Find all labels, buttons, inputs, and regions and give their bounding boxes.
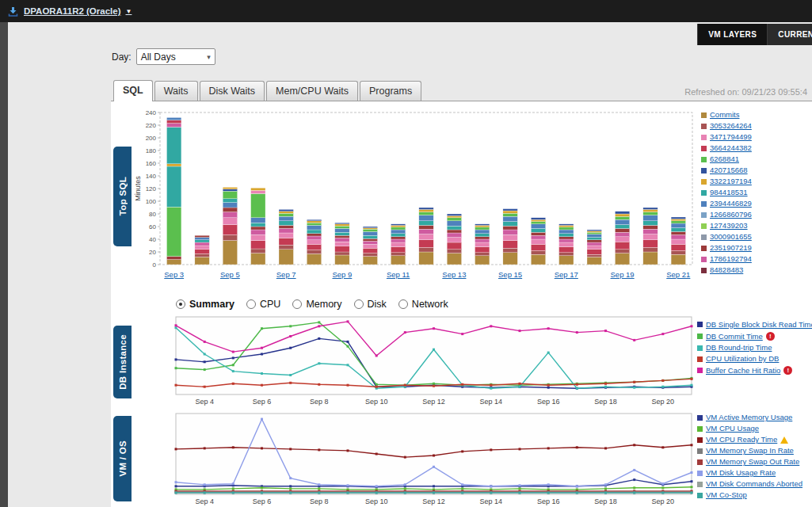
data-point[interactable]: [175, 384, 177, 387]
data-point[interactable]: [347, 345, 349, 348]
bar-segment[interactable]: [587, 254, 601, 257]
bar-segment[interactable]: [419, 229, 433, 234]
bar-segment[interactable]: [475, 247, 490, 253]
bar-segment[interactable]: [615, 250, 629, 254]
data-point[interactable]: [289, 477, 292, 479]
bar-segment[interactable]: [391, 242, 405, 247]
tab-mem-cpu-waits[interactable]: Mem/CPU Waits: [266, 81, 358, 101]
legend-link[interactable]: 420715668: [710, 166, 748, 174]
tab-disk-waits[interactable]: Disk Waits: [200, 81, 265, 101]
data-point[interactable]: [376, 355, 378, 357]
bar-segment[interactable]: [279, 228, 293, 233]
data-point[interactable]: [691, 471, 693, 474]
bar-segment[interactable]: [419, 252, 433, 265]
bar-segment[interactable]: [279, 209, 293, 211]
bar-segment[interactable]: [671, 231, 685, 234]
bar-segment[interactable]: [447, 226, 461, 230]
legend-link[interactable]: 2351907219: [710, 244, 752, 252]
data-point[interactable]: [289, 325, 292, 327]
data-point[interactable]: [347, 492, 349, 494]
data-point[interactable]: [232, 487, 234, 490]
data-point[interactable]: [691, 325, 693, 327]
bar-segment[interactable]: [447, 215, 461, 217]
bar-segment[interactable]: [615, 219, 629, 224]
data-point[interactable]: [461, 483, 463, 486]
bar-segment[interactable]: [615, 254, 629, 265]
data-point[interactable]: [232, 364, 234, 366]
data-point[interactable]: [519, 492, 521, 494]
data-point[interactable]: [433, 385, 435, 387]
x-axis-date-link[interactable]: Sep 21: [666, 270, 690, 279]
bar-segment[interactable]: [363, 231, 377, 235]
data-point[interactable]: [289, 335, 292, 337]
bar-segment[interactable]: [419, 208, 433, 209]
bar-segment[interactable]: [671, 223, 685, 228]
bar-segment[interactable]: [307, 234, 321, 236]
data-point[interactable]: [519, 484, 521, 486]
bar-segment[interactable]: [503, 216, 517, 221]
bar-segment[interactable]: [671, 221, 685, 223]
legend-link[interactable]: VM Memory Swap Out Rate: [706, 458, 799, 466]
bar-segment[interactable]: [363, 241, 377, 244]
data-point[interactable]: [547, 327, 550, 330]
data-point[interactable]: [461, 492, 463, 494]
data-point[interactable]: [289, 448, 292, 450]
data-point[interactable]: [691, 486, 693, 488]
bar-segment[interactable]: [587, 240, 601, 242]
data-point[interactable]: [175, 492, 177, 494]
bar-segment[interactable]: [167, 260, 181, 265]
data-point[interactable]: [232, 383, 234, 385]
data-point[interactable]: [633, 478, 635, 481]
legend-link[interactable]: 6268841: [710, 155, 739, 163]
side-tab-top-sql[interactable]: Top SQL: [113, 147, 132, 246]
radio-network[interactable]: Network: [398, 299, 448, 310]
bar-segment[interactable]: [167, 120, 181, 124]
data-point[interactable]: [289, 485, 292, 487]
bar-segment[interactable]: [391, 256, 405, 265]
data-point[interactable]: [433, 485, 435, 487]
bar-segment[interactable]: [643, 247, 658, 252]
data-point[interactable]: [404, 331, 406, 334]
bar-segment[interactable]: [307, 254, 321, 265]
legend-link[interactable]: VM CPU Ready Time: [706, 436, 777, 444]
legend-link[interactable]: VM CPU Usage: [706, 425, 759, 433]
bar-segment[interactable]: [643, 221, 658, 226]
data-point[interactable]: [175, 367, 177, 369]
bar-segment[interactable]: [279, 250, 293, 265]
bar-segment[interactable]: [447, 238, 461, 242]
bar-segment[interactable]: [531, 254, 545, 265]
data-point[interactable]: [175, 324, 177, 326]
bar-segment[interactable]: [559, 239, 574, 242]
bar-segment[interactable]: [363, 229, 377, 231]
bar-segment[interactable]: [671, 219, 685, 220]
data-point[interactable]: [261, 384, 263, 387]
bar-segment[interactable]: [391, 239, 405, 242]
bar-segment[interactable]: [363, 227, 377, 228]
data-point[interactable]: [661, 386, 664, 388]
bar-segment[interactable]: [503, 230, 517, 234]
data-point[interactable]: [232, 482, 234, 485]
data-point[interactable]: [318, 383, 320, 386]
data-point[interactable]: [490, 492, 492, 494]
bar-segment[interactable]: [251, 234, 265, 240]
data-point[interactable]: [661, 333, 664, 335]
data-point[interactable]: [404, 483, 406, 486]
bar-segment[interactable]: [587, 238, 601, 240]
data-point[interactable]: [490, 325, 492, 327]
data-point[interactable]: [433, 349, 435, 351]
day-select[interactable]: All Days ▾: [136, 48, 215, 65]
legend-link[interactable]: 984418531: [710, 189, 748, 196]
legend-link[interactable]: 3000901655: [710, 233, 752, 241]
side-tab-db-instance[interactable]: DB Instance: [113, 326, 132, 398]
data-point[interactable]: [576, 492, 578, 494]
data-point[interactable]: [633, 469, 635, 471]
bar-segment[interactable]: [363, 257, 377, 265]
bar-segment[interactable]: [363, 248, 377, 253]
bar-segment[interactable]: [363, 228, 377, 230]
x-axis-date-link[interactable]: Sep 17: [555, 270, 578, 279]
data-point[interactable]: [547, 447, 550, 449]
legend-link[interactable]: 1266860796: [710, 211, 752, 219]
bar-segment[interactable]: [475, 242, 490, 247]
top-tab-vm-layers[interactable]: VM LAYERS: [697, 24, 767, 45]
data-point[interactable]: [347, 320, 349, 322]
